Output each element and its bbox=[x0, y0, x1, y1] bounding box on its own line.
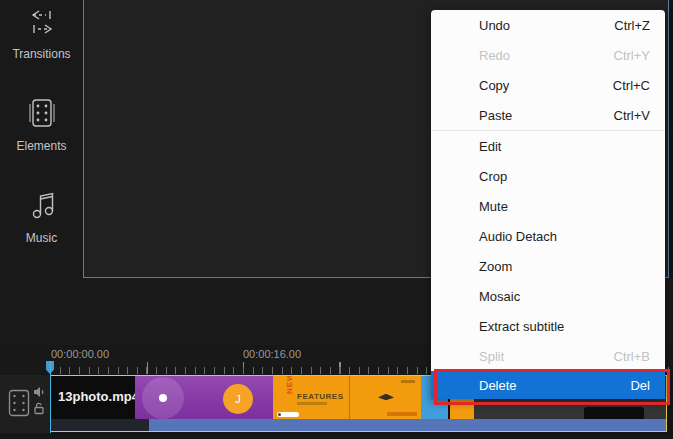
menu-item-undo[interactable]: Undo Ctrl+Z bbox=[431, 10, 665, 40]
thumb-caption-text: FEATURES bbox=[297, 392, 344, 401]
audio-waveform-bar bbox=[149, 419, 666, 431]
sidebar-item-transitions[interactable]: Transitions bbox=[0, 6, 83, 61]
context-menu: Undo Ctrl+Z Redo Ctrl+Y Copy Ctrl+C Past… bbox=[431, 10, 665, 399]
video-track-icon bbox=[8, 389, 30, 421]
menu-item-label: Copy bbox=[479, 78, 509, 93]
track-header bbox=[0, 375, 50, 433]
menu-item-label: Crop bbox=[479, 169, 507, 184]
clip-filename: 13photo.mp4 bbox=[58, 389, 139, 404]
thumb-purple: J bbox=[135, 376, 273, 419]
menu-item-extract-subtitle[interactable]: Extract subtitle bbox=[431, 311, 665, 341]
thumb-progress-pill bbox=[277, 412, 299, 417]
menu-item-mute[interactable]: Mute bbox=[431, 191, 665, 221]
menu-item-shortcut: Ctrl+C bbox=[613, 78, 650, 93]
laptop-silhouette bbox=[584, 407, 644, 419]
menu-item-shortcut: Ctrl+Z bbox=[614, 18, 650, 33]
menu-item-label: Zoom bbox=[479, 259, 512, 274]
sidebar-item-label: Music bbox=[26, 231, 57, 245]
thumb-badge-j: J bbox=[223, 384, 253, 414]
menu-item-label: Edit bbox=[479, 139, 501, 154]
menu-item-label: Audio Detach bbox=[479, 229, 557, 244]
thumb-faint-text bbox=[401, 380, 415, 383]
sidebar-item-music[interactable]: Music bbox=[0, 188, 83, 245]
menu-item-shortcut: Ctrl+Y bbox=[614, 48, 650, 63]
ruler-timestamp: 00:00:00.00 bbox=[51, 348, 109, 360]
menu-item-crop[interactable]: Crop bbox=[431, 161, 665, 191]
playhead-line bbox=[50, 361, 51, 433]
menu-item-shortcut: Ctrl+B bbox=[614, 349, 650, 364]
mute-track-speaker-icon[interactable] bbox=[33, 384, 45, 402]
menu-item-label: Mosaic bbox=[479, 289, 520, 304]
thumb-orange-features: NEW FEATURES bbox=[273, 376, 349, 419]
thumb-orange-drone bbox=[349, 376, 421, 419]
thumb-faint-text bbox=[387, 412, 417, 416]
drone-silhouette-icon bbox=[378, 394, 394, 400]
menu-item-shortcut: Ctrl+V bbox=[614, 108, 650, 123]
thumb-circle-decoration bbox=[142, 377, 184, 419]
menu-item-audio-detach[interactable]: Audio Detach bbox=[431, 221, 665, 251]
menu-item-label: Redo bbox=[479, 48, 510, 63]
menu-item-edit[interactable]: Edit bbox=[431, 131, 665, 161]
sidebar: Transitions Elements bbox=[0, 0, 83, 278]
menu-item-paste[interactable]: Paste Ctrl+V bbox=[431, 100, 665, 130]
menu-item-copy[interactable]: Copy Ctrl+C bbox=[431, 70, 665, 100]
transitions-icon bbox=[0, 6, 83, 41]
menu-item-label: Extract subtitle bbox=[479, 319, 564, 334]
thumb-black-intro: 13photo.mp4 bbox=[51, 376, 135, 419]
clip-audio-strip bbox=[51, 419, 666, 431]
menu-item-label: Undo bbox=[479, 18, 510, 33]
app-window: Transitions Elements bbox=[0, 0, 673, 439]
sidebar-item-label: Transitions bbox=[12, 47, 70, 61]
thumb-caption-sub bbox=[297, 402, 327, 405]
elements-icon bbox=[0, 96, 83, 133]
menu-item-label: Paste bbox=[479, 108, 512, 123]
menu-item-mosaic[interactable]: Mosaic bbox=[431, 281, 665, 311]
ruler-timestamp: 00:00:16.00 bbox=[243, 348, 301, 360]
audio-silent-segment bbox=[51, 419, 149, 431]
annotation-box-delete bbox=[434, 369, 670, 405]
sidebar-item-elements[interactable]: Elements bbox=[0, 96, 83, 153]
menu-item-label: Mute bbox=[479, 199, 508, 214]
lock-track-icon[interactable] bbox=[33, 401, 45, 419]
menu-item-redo[interactable]: Redo Ctrl+Y bbox=[431, 40, 665, 70]
menu-item-label: Split bbox=[479, 349, 504, 364]
music-icon bbox=[0, 188, 83, 225]
menu-item-zoom[interactable]: Zoom bbox=[431, 251, 665, 281]
sidebar-item-label: Elements bbox=[16, 139, 66, 153]
thumb-vertical-text: NEW bbox=[285, 376, 294, 394]
menu-item-split[interactable]: Split Ctrl+B bbox=[431, 341, 665, 371]
